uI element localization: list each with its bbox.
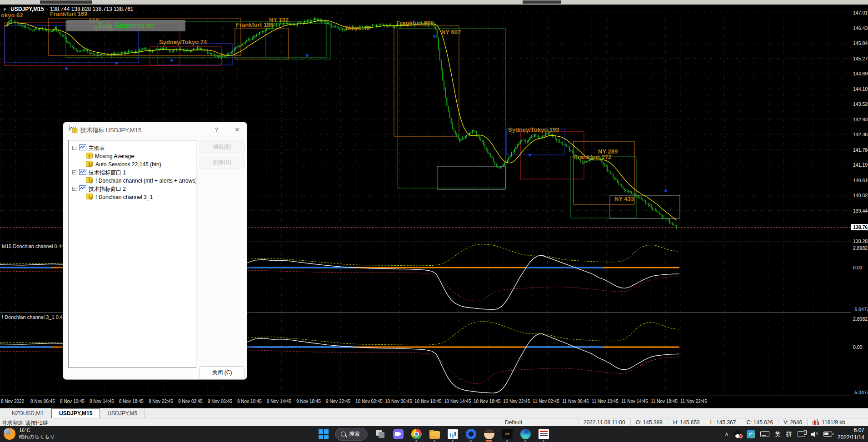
time-axis-label: 9 Nov 18:45 [296,399,321,404]
svg-text:NY 433: NY 433 [614,195,634,202]
time-axis[interactable]: 8 Nov 20228 Nov 06:458 Nov 10:458 Nov 14… [0,396,851,408]
qq-tray-icon[interactable] [734,430,741,438]
weather-icon [4,428,15,440]
clock-date: 2022/11/14 [838,434,864,442]
tree-item-5[interactable]: 技术指标窗口 2 [69,185,196,193]
indicator-scale-label: -5.0477 [853,307,868,312]
dialog-titlebar[interactable]: f 技术指标 USDJPY,M15 ? ✕ [63,122,247,138]
explorer-app-icon[interactable] [429,427,440,441]
chart-icon [79,185,86,193]
time-axis-label: 10 Nov 18:45 [474,399,501,404]
chart-icon [79,144,86,152]
search-box[interactable]: 搜索 [335,428,368,441]
task-view-app-icon[interactable] [374,427,386,441]
tree-item-label: 技术指标窗口 2 [89,185,126,193]
weather-widget[interactable]: 16°C 晴れのちくもり [4,427,55,440]
forex-simulator-app-icon[interactable] [538,427,549,441]
top-strip-segment [40,0,92,4]
search-label: 搜索 [349,430,360,438]
time-axis-label: 8 Nov 06:45 [30,399,55,404]
tree-item-6[interactable]: f! Donchian channel 3_1 [69,193,196,201]
tree-expander-icon[interactable] [72,169,76,176]
chart-collapse-arrow-icon[interactable]: ▼ [3,7,7,12]
teamviewer-tray-icon[interactable]: ⇄ [747,430,755,438]
meet-app-icon[interactable] [392,427,404,441]
clock-time: 6:07 [838,427,864,434]
status-cell-0: Default [500,419,578,426]
dialog-help-button[interactable]: ? [210,125,223,135]
edge-app-icon[interactable] [519,427,531,441]
clock[interactable]: 6:07 2022/11/14 [838,427,864,441]
svg-text:Frankfurt 186: Frankfurt 186 [236,21,273,28]
weather-temp: 16°C [19,427,55,434]
delete-button[interactable]: 删除(D) [200,156,244,169]
time-axis-label: 8 Nov 18:45 [119,399,144,404]
edit-button[interactable]: 编辑(E) [200,140,244,154]
ime-english-indicator[interactable]: 英 [775,430,781,438]
svg-text:Frankfurt 608: Frankfurt 608 [396,20,434,26]
svg-text:okyo 62: okyo 62 [1,12,23,19]
status-bar: 寻求帮助 请按F1键 Default2022.11.09 11:00O: 145… [0,418,868,427]
start-button[interactable] [319,429,329,439]
photos-app-icon[interactable] [447,427,459,441]
tree-expander-icon[interactable] [72,186,76,192]
chart-icon [79,169,86,176]
zx-app-icon[interactable]: ZX [501,427,513,441]
chart-tab-usdjpy-m15[interactable]: USDJPY,M15 [51,408,100,418]
indicator-scale-label: -5.0477 [853,390,868,395]
time-axis-label: 8 Nov 14:45 [90,399,114,404]
avatar-app-icon[interactable] [483,427,495,441]
tree-item-label: 技术指标窗口 1 [89,169,126,177]
time-axis-label: 9 Nov 14:45 [267,399,291,404]
weather-desc: 晴れのちくもり [19,434,55,440]
price-axis-label: 147.015 [853,10,868,15]
battery-icon[interactable] [823,432,832,437]
dialog-close-icon[interactable]: ✕ [230,125,244,135]
tree-expander-icon[interactable] [72,145,76,151]
tree-item-4[interactable]: f! Donchian channel (mtf + alerts + arro… [69,177,196,185]
status-cell-4: L: 145.367 [705,419,741,426]
volume-muted-icon[interactable]: × [811,432,818,437]
svg-text:Sydney/Tokyo 74: Sydney/Tokyo 74 [159,39,207,45]
indicator-tree-list[interactable]: 主图表fMoving AveragefAuto Sessions 22,145 … [68,140,196,368]
chart-symbol: USDJPY,M15 [10,6,44,12]
svg-text:NY 607: NY 607 [441,29,461,35]
time-axis-label: 10 Nov 02:45 [355,399,383,404]
ime-pinyin-indicator[interactable]: 拼 [786,430,792,438]
tree-item-label: Auto Sessions 22,145 (btn) [95,161,161,168]
time-axis-label: 8 Nov 2022 [1,399,24,404]
tree-item-label: ! Donchian channel (mtf + alerts + arrow… [95,178,196,184]
time-axis-label: 11 Nov 18:45 [651,399,678,404]
chart-tab-usdjpy-m5[interactable]: USDJPY,M5 [100,409,145,418]
keyboard-icon[interactable] [760,431,769,437]
taskbar: 16°C 晴れのちくもり 搜索 ZX ∧ ⇄ 英 拼 × 6:07 2022/1 [0,426,868,442]
display-cast-icon[interactable] [798,431,805,437]
tree-item-1[interactable]: fMoving Average [69,152,196,160]
price-axis[interactable]: 147.015146.430145.845145.275144.690144.1… [851,5,868,408]
svg-text:Tokyo 40: Tokyo 40 [344,25,369,31]
status-cell-1: 2022.11.09 11:00 [578,419,630,426]
ring-app-icon[interactable] [465,427,477,441]
svg-text:Sydney/Tokyo 193: Sydney/Tokyo 193 [508,126,559,133]
tree-item-2[interactable]: fAuto Sessions 22,145 (btn) [69,160,196,169]
price-axis-label: 145.275 [853,56,868,61]
price-axis-label: 144.105 [853,86,868,92]
price-axis-label: 139.440 [853,208,868,214]
chart-tab-nzdusd-m1[interactable]: NZDUSD,M1 [5,409,51,418]
tree-item-3[interactable]: 技术指标窗口 1 [69,169,196,177]
price-axis-label: 138.285 [853,238,868,244]
time-axis-label: 8 Nov 22:45 [149,399,173,404]
fx-icon: f [86,153,93,160]
chrome-app-icon[interactable] [410,427,422,441]
window-top-strip [0,0,868,5]
tray-chevron-up-icon[interactable]: ∧ [725,431,728,437]
tree-item-0[interactable]: 主图表 [69,144,196,152]
status-cell-6: V: 2646 [778,419,807,426]
auto-sessions-button-label[interactable]: Auto Sessions off [98,22,155,30]
time-axis-label: 8 Nov 10:45 [60,399,85,404]
chart-tab-bar: NZDUSD,M1USDJPY,M15USDJPY,M5 [0,408,868,418]
time-axis-label: 9 Nov 06:45 [208,399,232,404]
close-button[interactable]: 关闭 (C) [200,366,244,379]
price-axis-label: 140.610 [853,178,868,183]
fx-badge-icon: f [86,194,93,201]
